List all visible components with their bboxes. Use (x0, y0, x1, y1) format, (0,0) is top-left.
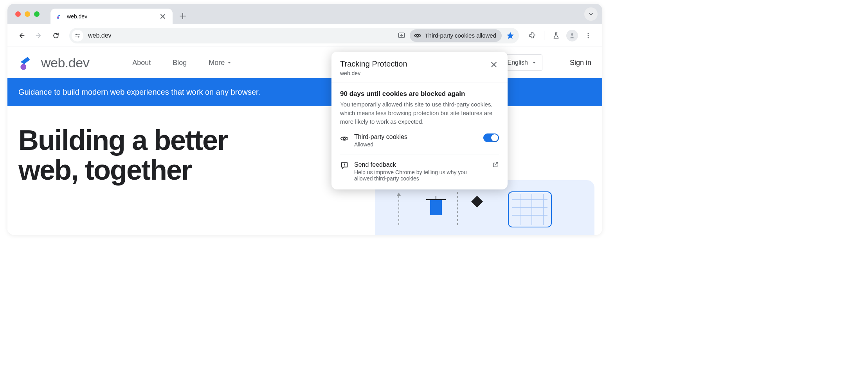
webdev-logo-icon (18, 54, 36, 71)
back-button[interactable] (14, 29, 29, 43)
minimize-window-button[interactable] (25, 11, 30, 17)
new-tab-button[interactable] (176, 11, 189, 21)
language-label: English (507, 59, 528, 66)
sign-in-link[interactable]: Sign in (570, 59, 591, 67)
popover-title: Tracking Protection (340, 59, 489, 69)
tracking-protection-popover: Tracking Protection web.dev 90 days unti… (331, 52, 508, 189)
tab-strip: web.dev (7, 4, 602, 24)
bookmark-star-icon[interactable] (504, 31, 517, 40)
site-logo[interactable]: web.dev (18, 54, 89, 71)
feedback-icon (340, 161, 349, 170)
install-app-icon[interactable] (396, 32, 407, 40)
browser-tab[interactable]: web.dev (50, 9, 173, 24)
cookie-toggle-row: Third-party cookies Allowed (331, 126, 508, 155)
feedback-desc: Help us improve Chrome by telling us why… (354, 169, 486, 182)
labs-icon[interactable] (549, 29, 563, 43)
popover-description: You temporarily allowed this site to use… (340, 100, 499, 126)
svg-point-13 (343, 138, 346, 140)
hero-section: Building a better web, together (7, 106, 602, 185)
tab-title: web.dev (67, 13, 155, 20)
svg-point-5 (571, 33, 573, 36)
tab-favicon (56, 13, 63, 20)
send-feedback-row[interactable]: Send feedback Help us improve Chrome by … (331, 155, 508, 185)
site-banner: Guidance to build modern web experiences… (7, 78, 602, 106)
page-content: web.dev About Blog More English Sign in … (7, 47, 602, 235)
cookie-row-status: Allowed (354, 141, 478, 148)
nav-more[interactable]: More (209, 59, 232, 67)
profile-avatar[interactable] (566, 30, 578, 41)
svg-point-4 (417, 34, 419, 36)
feedback-title: Send feedback (354, 161, 486, 168)
svg-point-8 (588, 37, 589, 38)
site-header: web.dev About Blog More English Sign in (7, 47, 602, 78)
site-nav: About Blog More (132, 59, 232, 67)
close-icon (490, 61, 497, 68)
banner-text: Guidance to build modern web experiences… (18, 88, 260, 96)
popover-header: Tracking Protection web.dev (331, 52, 508, 83)
browser-window: web.dev web.dev (7, 4, 602, 235)
address-bar[interactable]: web.dev Third-party cookies allowed (69, 28, 519, 43)
svg-rect-12 (508, 192, 551, 227)
toolbar-separator (544, 31, 544, 40)
site-controls-button[interactable] (72, 30, 83, 41)
cookie-toggle[interactable] (483, 133, 499, 142)
caret-down-icon (532, 60, 537, 65)
close-window-button[interactable] (15, 11, 21, 17)
svg-point-7 (588, 35, 589, 36)
cookie-status-chip[interactable]: Third-party cookies allowed (410, 29, 502, 42)
kebab-menu-icon[interactable] (581, 29, 595, 43)
reload-button[interactable] (49, 29, 63, 43)
toolbar: web.dev Third-party cookies allowed (7, 24, 602, 47)
cookie-row-title: Third-party cookies (354, 133, 478, 141)
popover-close-button[interactable] (489, 59, 499, 70)
cookie-chip-label: Third-party cookies allowed (425, 32, 496, 39)
language-select[interactable]: English (501, 54, 542, 71)
tab-close-button[interactable] (158, 12, 167, 21)
svg-point-10 (21, 64, 27, 70)
site-logo-text: web.dev (41, 55, 89, 70)
open-external-icon (492, 161, 499, 168)
url-text: web.dev (86, 32, 393, 39)
popover-body: 90 days until cookies are blocked again … (331, 83, 508, 126)
tab-search-button[interactable] (584, 7, 598, 21)
nav-blog[interactable]: Blog (173, 59, 187, 67)
forward-button[interactable] (32, 29, 46, 43)
eye-icon (414, 32, 421, 40)
caret-down-icon (227, 60, 232, 65)
maximize-window-button[interactable] (34, 11, 40, 17)
popover-heading: 90 days until cookies are blocked again (340, 90, 499, 98)
svg-point-6 (588, 33, 589, 34)
popover-site: web.dev (340, 70, 489, 76)
window-controls (15, 11, 40, 17)
nav-about[interactable]: About (132, 59, 151, 67)
svg-point-14 (344, 166, 345, 167)
svg-rect-11 (430, 200, 442, 215)
extensions-icon[interactable] (525, 29, 539, 43)
eye-icon (340, 134, 349, 143)
